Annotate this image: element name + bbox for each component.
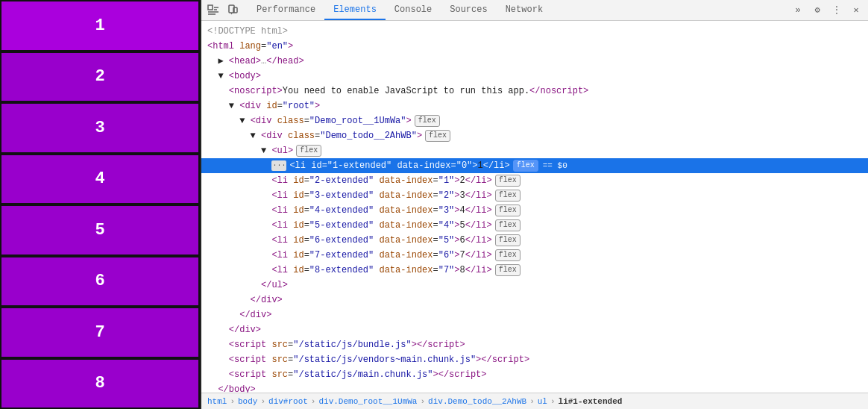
- html-tag: <script: [229, 340, 266, 350]
- app-item[interactable]: 2: [0, 51, 200, 103]
- text-content: 8: [460, 265, 465, 275]
- plain-text: ▼: [229, 101, 239, 111]
- app-item[interactable]: 3: [0, 102, 200, 154]
- attr-name: data-index: [374, 220, 433, 231]
- html-line[interactable]: <li id="8-extended" data-index="7">8</li…: [201, 263, 868, 278]
- attr-name: src: [266, 355, 288, 365]
- html-tag: ></: [412, 340, 428, 350]
- attr-value: "2": [438, 190, 455, 201]
- toolbar-right: » ⚙ ⋮ ✕: [789, 1, 865, 19]
- attr-value: "Demo_root__1UmWa": [309, 116, 406, 126]
- badge: flex: [296, 145, 321, 157]
- html-line[interactable]: ▼ <ul>flex: [201, 143, 868, 158]
- app-item[interactable]: 7: [0, 307, 200, 358]
- html-tag: </div>: [251, 295, 283, 305]
- badge: flex: [495, 234, 521, 246]
- app-item[interactable]: 6: [0, 256, 200, 307]
- html-line[interactable]: <li id="3-extended" data-index="2">3</li…: [201, 188, 868, 203]
- badge: flex: [495, 175, 521, 187]
- indent: [207, 310, 239, 320]
- devtools-tab-network[interactable]: Network: [497, 0, 552, 20]
- breadcrumb-item[interactable]: body: [238, 397, 257, 406]
- attr-value: "0": [456, 160, 473, 171]
- html-line[interactable]: ▼ <div class="Demo_todo__2AhWB">flex: [201, 128, 868, 143]
- breadcrumb-item[interactable]: html: [207, 397, 227, 406]
- html-line[interactable]: <noscript>You need to enable JavaScript …: [201, 84, 868, 99]
- html-line[interactable]: <li id="4-extended" data-index="3">4</li…: [201, 203, 868, 218]
- plain-text: =: [433, 190, 438, 201]
- app-item[interactable]: 5: [0, 204, 200, 256]
- inspect-icon[interactable]: [204, 1, 222, 19]
- html-line[interactable]: <script src="/static/js/vendors~main.chu…: [201, 352, 868, 367]
- html-line[interactable]: <li id="6-extended" data-index="5">6</li…: [201, 233, 868, 248]
- plain-text: =: [304, 175, 309, 186]
- html-line[interactable]: ▼ <div id="root">: [201, 99, 868, 113]
- breadcrumb-item[interactable]: ul: [538, 397, 547, 406]
- close-icon[interactable]: ✕: [847, 1, 865, 19]
- breadcrumb-item[interactable]: div.Demo_todo__2AhWB: [428, 397, 526, 406]
- attr-value: "/static/js/bundle.js": [293, 340, 411, 350]
- overflow-icon[interactable]: »: [789, 1, 807, 19]
- breadcrumb-item[interactable]: div#root: [268, 397, 308, 406]
- plain-text: =: [433, 265, 438, 275]
- indent: [207, 250, 271, 260]
- html-tag: <li: [271, 190, 288, 201]
- html-tag: >: [454, 235, 459, 246]
- devtools-tab-performance[interactable]: Performance: [248, 0, 324, 20]
- breadcrumb-item[interactable]: div.Demo_root__1UmWa: [318, 397, 417, 406]
- html-line[interactable]: <li id="5-extended" data-index="4">5</li…: [201, 218, 868, 233]
- badge: flex: [425, 130, 450, 142]
- html-line[interactable]: </body>: [201, 382, 868, 393]
- html-line[interactable]: </div>: [201, 293, 868, 307]
- html-line[interactable]: <script src="/static/js/bundle.js"></scr…: [201, 337, 868, 352]
- indent: [207, 220, 271, 231]
- html-line[interactable]: <!DOCTYPE html>: [201, 24, 868, 39]
- attr-name: data-index: [374, 175, 433, 186]
- indent: [207, 116, 239, 126]
- html-line[interactable]: <script src="/static/js/main.chunk.js"><…: [201, 367, 868, 382]
- expand-dots[interactable]: ···: [271, 160, 286, 171]
- app-item[interactable]: 8: [0, 358, 200, 410]
- devtools-tab-console[interactable]: Console: [386, 0, 441, 20]
- plain-text: =: [450, 160, 456, 171]
- html-tag: script>: [492, 355, 529, 365]
- html-tag: <li: [271, 175, 288, 186]
- attr-name: id: [288, 205, 304, 216]
- app-item[interactable]: 4: [0, 154, 200, 205]
- text-content: 2: [460, 175, 465, 186]
- html-line[interactable]: <li id="7-extended" data-index="6">7</li…: [201, 248, 868, 263]
- html-line[interactable]: <html lang="en">: [201, 39, 868, 54]
- html-tag: script>: [449, 369, 486, 380]
- html-tag: <li: [271, 235, 288, 246]
- html-line[interactable]: ▶ <head>…</head>: [201, 54, 868, 69]
- indent: [207, 160, 271, 171]
- html-line[interactable]: ···<li id="1-extended" data-index="0">1<…: [201, 158, 868, 173]
- settings-icon[interactable]: ⚙: [808, 1, 826, 19]
- devtools-tab-elements[interactable]: Elements: [324, 0, 386, 20]
- more-icon[interactable]: ⋮: [828, 1, 846, 19]
- badge: flex: [495, 264, 521, 276]
- attr-name: id: [288, 220, 304, 231]
- devtools-content[interactable]: <!DOCTYPE html><html lang="en"> ▶ <head>…: [201, 21, 868, 393]
- attr-name: id: [261, 101, 277, 111]
- html-tag: >: [472, 160, 477, 171]
- html-tag: <body>: [229, 71, 261, 81]
- plain-text: =: [277, 101, 283, 111]
- html-line[interactable]: ▼ <body>: [201, 69, 868, 84]
- text-content: 4: [460, 205, 465, 216]
- plain-text: =: [433, 205, 438, 216]
- html-line[interactable]: </ul>: [201, 278, 868, 293]
- html-line[interactable]: <li id="2-extended" data-index="1">2</li…: [201, 173, 868, 188]
- attr-name: data-index: [374, 265, 433, 275]
- attr-value: "8-extended": [309, 265, 374, 275]
- device-icon[interactable]: [224, 1, 242, 19]
- devtools-tab-sources[interactable]: Sources: [441, 0, 496, 20]
- html-line[interactable]: </div>: [201, 322, 868, 337]
- indent: [207, 325, 229, 335]
- plain-text: =: [304, 190, 309, 201]
- html-tag: </li>: [465, 220, 492, 231]
- attr-value: "3-extended": [309, 190, 374, 201]
- html-line[interactable]: </div>: [201, 307, 868, 322]
- app-item[interactable]: 1: [0, 0, 200, 51]
- html-line[interactable]: ▼ <div class="Demo_root__1UmWa">flex: [201, 113, 868, 128]
